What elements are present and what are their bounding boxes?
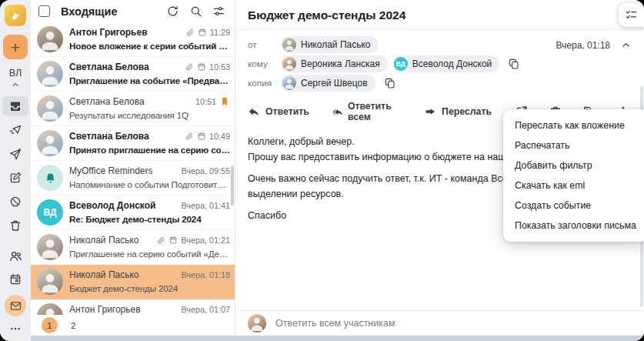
app-window: + ВЛ [0,0,644,341]
email-sender: Антон Григорьев [69,27,148,38]
user-avatar [248,314,266,333]
people-icon [8,249,23,263]
myoffice-bird-icon [8,8,22,22]
email-list: Антон Григорьев 11:29 Новое вложение к с… [31,22,235,316]
list-item[interactable]: Светлана Белова 10:51 Результаты исследо… [31,92,235,126]
email-sender: Светлана Белова [69,96,145,107]
attachment-icon [185,132,194,141]
attachment-icon [156,236,165,245]
list-item[interactable]: MyOffice Reminders Вчера, 09:55 Напомина… [31,161,235,196]
email-subject: Приглашение на событие «Предварительно… [69,75,230,85]
more-apps-button[interactable] [9,323,22,335]
compose-button[interactable]: + [3,35,28,59]
menu-item-forward-as-attachment[interactable]: Переслать как вложение [503,115,644,135]
avatar [37,303,63,316]
contact-chip-to[interactable]: Вероника Ланская [281,55,388,72]
avatar [37,234,63,260]
sidebar-item-outbox[interactable] [2,120,28,140]
forward-button[interactable]: Переслать [424,105,492,118]
email-subject: Приглашение на серию событий «Демо стен… [69,249,230,259]
avatar [37,26,63,52]
bell-icon [44,172,57,185]
email-sender: Антон Григорьев [69,304,141,315]
email-sender: Светлана Белова [69,131,149,142]
menu-item-show-headers[interactable]: Показать заголовки письма [503,216,644,236]
envelope-icon [9,299,22,313]
reply-all-button[interactable]: Ответить всем [332,101,401,122]
email-subject: Новое вложение к серии событий «Аналити… [69,41,230,51]
contact-name: Николай Пасько [301,39,371,50]
avatar [282,38,296,52]
sidebar-item-calendar[interactable] [2,269,28,289]
reply-button[interactable]: Ответить [248,105,309,118]
event-icon [197,132,206,141]
collapse-rail-chevron-icon[interactable] [10,79,21,90]
email-sender: MyOffice Reminders [69,165,152,176]
email-time: 11:29 [210,28,230,37]
mail-list-panel: Входящие Антон Григорьев 11:29 Новое вло… [31,0,235,341]
list-item[interactable]: Светлана Белова 10:53 Приглашение на соб… [31,57,235,92]
block-icon [8,195,22,209]
message-date: Вчера, 01:18 [556,40,610,51]
message-subject: Бюджет демо-стенды 2024 [235,0,644,30]
menu-item-download-eml[interactable]: Скачать как eml [503,176,644,196]
plus-icon: + [11,39,20,55]
sidebar-item-drafts[interactable] [2,168,28,188]
filters-button[interactable] [212,5,225,18]
sidebar-item-sent[interactable] [2,144,28,164]
quick-reply-bar[interactable]: Ответить всем участникам [235,310,644,336]
email-subject: Принято приглашение на серию событий «… [69,145,230,155]
page-button-1[interactable]: 1 [42,317,58,333]
list-item[interactable]: Светлана Белова 10:49 Принято приглашени… [31,126,235,161]
profile-initials[interactable]: ВЛ [9,68,22,79]
select-all-checkbox[interactable] [38,5,50,17]
list-item[interactable]: Антон Григорьев 11:29 Новое вложение к с… [31,22,235,57]
attachment-icon [185,28,195,37]
list-item[interactable]: ВД Всеволод Донской Вчера, 01:41 Re: Бюд… [31,196,235,230]
avatar [282,57,296,71]
sidebar-item-contacts[interactable] [2,246,28,266]
email-subject: Бюджет демо-стенды 2024 [69,283,230,293]
email-sender: Светлана Белова [69,62,149,72]
contact-chip-from[interactable]: Николай Пасько [281,36,379,53]
message-context-menu: Переслать как вложение Распечатать Добав… [503,109,644,242]
contact-chip-to[interactable]: ВД Всеволод Донской [392,55,500,72]
app-logo [5,5,26,26]
menu-item-create-event[interactable]: Создать событие [503,196,644,216]
menu-item-add-filter[interactable]: Добавить фильтр [503,155,644,176]
from-label: от [248,39,276,50]
search-button[interactable] [189,5,202,18]
page-button-2[interactable]: 2 [71,321,75,330]
contact-chip-cc[interactable]: Сергей Швецов [281,75,375,92]
tasks-panel-toggle[interactable] [619,3,644,27]
refresh-button[interactable] [166,5,179,18]
folder-title: Входящие [61,5,156,18]
menu-item-print[interactable]: Распечатать [503,135,644,155]
sidebar-item-trash[interactable] [2,216,28,236]
reply-icon [248,105,260,118]
copy-recipients-button[interactable] [508,58,520,70]
ellipsis-icon [9,323,22,335]
sidebar-item-mail-active[interactable] [5,295,26,316]
list-item[interactable]: Николай Пасько Вчера, 01:21 Приглашение … [31,230,235,265]
list-item[interactable]: Антон Григорьев Вчера, 01:07 [31,299,235,316]
collapse-message-chevron-icon[interactable] [620,39,632,51]
copy-icon [384,77,396,89]
email-time: Вчера, 09:55 [181,166,230,176]
forward-icon [424,105,436,118]
list-scrollbar[interactable] [231,165,234,206]
compose-pencil-icon [8,171,22,185]
list-item-selected[interactable]: Николай Пасько Вчера, 01:18 Бюджет демо-… [31,265,235,299]
sidebar-item-spam[interactable] [2,192,28,212]
search-icon [189,5,202,18]
sidebar-item-inbox[interactable] [2,96,28,116]
email-sender: Всеволод Донской [69,200,155,211]
reminder-avatar [37,165,63,191]
contact-name: Всеволод Донской [412,59,492,69]
reply-all-icon [332,105,342,119]
event-icon [197,62,206,72]
contact-name: Сергей Швецов [301,78,368,89]
copy-cc-button[interactable] [384,77,396,89]
message-date-block: Вчера, 01:18 [556,39,632,51]
attachment-icon [185,62,194,72]
